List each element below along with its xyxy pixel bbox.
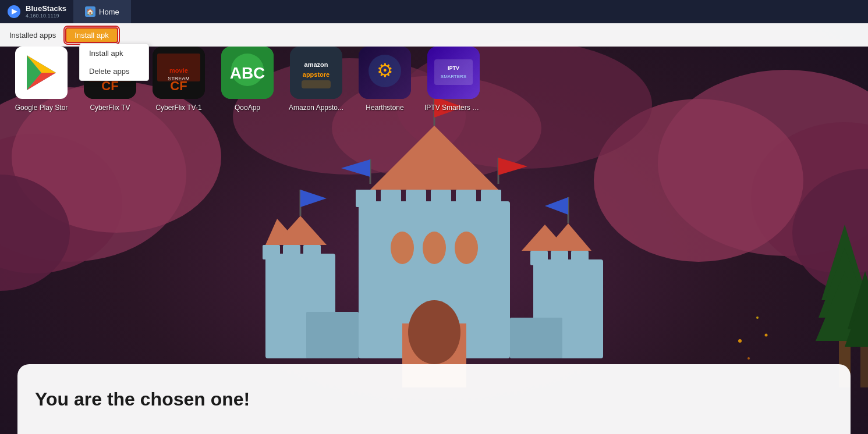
app-label-iptv-smarters: IPTV Smarters Pr... [424,104,483,112]
svg-text:amazon: amazon [304,61,328,68]
titlebar-brand: BlueStacks 4.160.10.1119 [26,4,66,19]
svg-text:⚙: ⚙ [377,60,394,81]
app-item-amazon-appstore[interactable]: amazon appstore Amazon Appsto... [284,47,348,112]
svg-rect-83 [302,80,331,88]
svg-rect-14 [303,245,321,259]
svg-text:IPTV: IPTV [448,65,459,71]
svg-rect-47 [510,318,562,358]
svg-text:movie: movie [169,67,188,74]
svg-rect-55 [860,347,868,387]
svg-text:CF: CF [170,79,187,93]
install-apk-button[interactable]: Install apk [65,27,118,43]
bottom-card: You are the chosen one! [17,364,851,434]
svg-rect-12 [263,245,280,259]
app-icon-google-play-store [15,47,68,99]
app-icon-amazon-appstore: amazon appstore [290,47,342,99]
brand-version: 4.160.10.1119 [26,13,66,19]
app-icon-qooapp: ABC [221,47,274,99]
svg-rect-13 [283,245,300,259]
svg-rect-46 [306,312,359,358]
dropdown-menu: Install apk Delete apps [79,44,149,81]
app-label-hearthstone: Hearthstone [366,104,403,112]
svg-rect-32 [456,190,476,207]
svg-rect-22 [571,251,589,265]
svg-marker-18 [300,190,327,207]
app-label-cyberflix-tv-1: CyberFlix TV-1 [155,104,201,112]
svg-marker-34 [370,126,498,190]
svg-rect-29 [381,190,401,207]
home-tab-label: Home [99,8,119,16]
svg-marker-26 [545,197,568,215]
app-label-cyberflix-tv: CyberFlix TV [90,104,130,112]
brand-name: BlueStacks [26,4,66,13]
svg-marker-40 [341,159,370,177]
svg-text:ABC: ABC [230,64,265,82]
titlebar: BlueStacks 4.160.10.1119 🏠 Home [0,0,868,23]
app-label-google-play-store: Google Play Stor [15,104,68,112]
app-label-amazon-appstore: Amazon Appsto... [289,104,343,112]
svg-rect-21 [551,251,568,265]
app-icon-iptv-smarters: IPTV SMARTERS [427,47,480,99]
app-item-iptv-smarters[interactable]: IPTV SMARTERS IPTV Smarters Pr... [421,47,486,112]
svg-point-57 [756,316,759,319]
app-item-qooapp[interactable]: ABC QooApp [215,47,279,112]
svg-text:SMARTERS: SMARTERS [441,74,466,79]
installed-apps-label: Installed apps [9,31,56,40]
svg-point-59 [765,334,768,337]
toolbar: Installed apps Install apk [0,23,868,47]
app-label-qooapp: QooApp [235,104,260,112]
svg-point-45 [455,232,478,264]
home-tab-icon: 🏠 [85,6,95,17]
app-icon-cyberflix-tv-1: movie STREAM CF [153,47,205,99]
app-item-cyberflix-tv-1[interactable]: movie STREAM CF CyberFlix TV-1 [147,47,211,112]
dropdown-delete-apps[interactable]: Delete apps [80,62,148,80]
svg-rect-30 [406,190,426,207]
svg-rect-88 [434,59,473,85]
svg-rect-28 [356,190,376,207]
svg-text:appstore: appstore [303,71,330,78]
titlebar-logo: BlueStacks 4.160.10.1119 [0,0,73,23]
home-tab[interactable]: 🏠 Home [73,0,131,23]
castle-scene [231,67,638,387]
dropdown-install-apk[interactable]: Install apk [80,44,148,62]
bluestacks-icon [7,5,21,19]
svg-point-56 [738,339,742,343]
svg-rect-33 [481,190,501,207]
svg-point-58 [747,357,750,360]
svg-point-44 [423,232,446,264]
bottom-card-text: You are the chosen one! [35,389,250,410]
svg-point-43 [391,232,414,264]
svg-rect-31 [431,190,451,207]
app-item-google-play-store[interactable]: Google Play Stor [9,47,73,112]
app-icon-hearthstone: ⚙ [359,47,411,99]
app-item-hearthstone[interactable]: ⚙ Hearthstone [353,47,417,112]
svg-rect-20 [530,251,548,265]
svg-marker-38 [498,158,527,175]
svg-point-48 [408,300,460,364]
